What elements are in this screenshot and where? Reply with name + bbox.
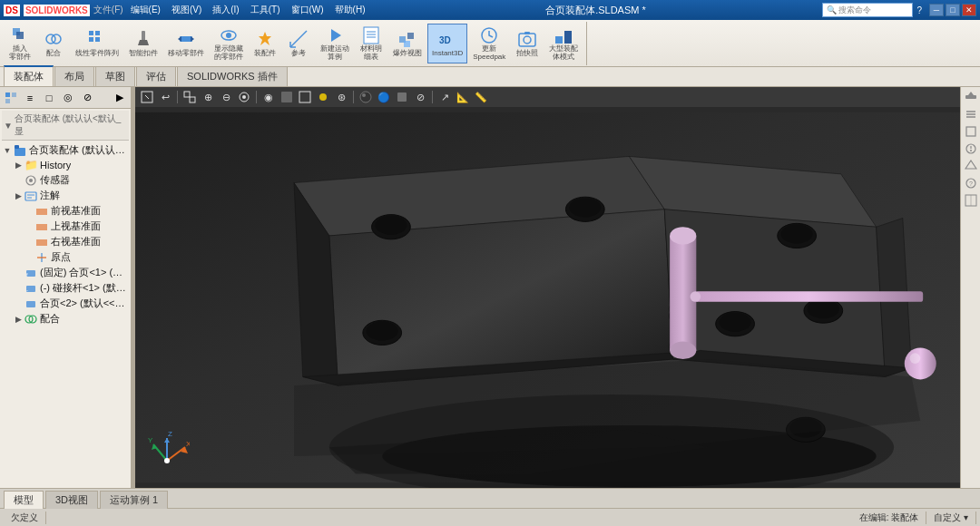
view-selector-btn[interactable]: ↗ [436, 89, 453, 105]
tree-expand-mates[interactable]: ▶ [13, 314, 24, 325]
large-assembly-button[interactable]: 大型装配体模式 [544, 24, 583, 63]
tree-top-plane[interactable]: 上视基准面 [2, 219, 129, 234]
tab-layout[interactable]: 布局 [54, 66, 94, 86]
expand-panel-btn[interactable]: ▶ [111, 90, 129, 106]
property-manager-tab[interactable]: ≡ [21, 90, 39, 106]
explode-view-button[interactable]: 爆炸视图 [388, 24, 426, 63]
tree-origin[interactable]: 原点 [2, 249, 129, 265]
assembly-feature-button[interactable]: 装配件 [249, 24, 281, 63]
rs-btn-5[interactable] [963, 158, 979, 174]
svg-point-65 [360, 92, 371, 102]
svg-point-3 [52, 34, 61, 44]
3d-viewport[interactable]: ↩ ⊕ ⊖ ◉ ⊛ � [135, 87, 960, 488]
insert-component-button[interactable]: 插入零部件 [4, 24, 36, 63]
svg-rect-44 [36, 209, 47, 215]
svg-rect-25 [407, 33, 414, 39]
tree-part3[interactable]: 合页<2> (默认<<默认... [2, 296, 129, 311]
undo-btn[interactable]: ↩ [157, 89, 173, 105]
svg-text:?: ? [969, 180, 973, 187]
tree-label-part2: (-) 碰接杆<1> (默认<<... [40, 281, 129, 295]
dim-expert-tab[interactable]: ◎ [59, 90, 77, 106]
btab-model[interactable]: 模型 [4, 491, 44, 509]
bom-button[interactable]: 材料明细表 [355, 24, 387, 63]
smart-fasteners-button[interactable]: 智能扣件 [124, 24, 162, 63]
tab-plugins[interactable]: SOLIDWORKS 插件 [177, 66, 288, 86]
annotation-view-btn[interactable]: 📏 [473, 89, 489, 105]
rs-btn-4[interactable] [963, 141, 979, 157]
light-btn[interactable] [315, 89, 331, 105]
move-component-button[interactable]: 移动零部件 [163, 24, 209, 63]
close-button[interactable]: ✕ [962, 4, 976, 16]
linear-pattern-button[interactable]: 线性零件阵列 [71, 24, 123, 63]
tree-mates[interactable]: ▶ 配合 [2, 311, 129, 326]
section-view-btn[interactable]: ⊕ [200, 89, 216, 105]
app-name: SOLIDWORKS [24, 5, 90, 16]
help-icon[interactable]: ? [916, 5, 922, 15]
update-speedpak-button[interactable]: 更新Speedpak [468, 24, 510, 63]
menu-view[interactable]: 视图(V) [168, 4, 205, 16]
tree-assembly-root[interactable]: ▼ 合页装配体 (默认认<默认_显... [2, 142, 129, 158]
main-content: ≡ □ ◎ ⊘ ▶ ▼ 合页装配体 (默认认<默认_显 ▼ 合页装配体 (默认认… [0, 87, 980, 488]
realview-btn[interactable] [358, 89, 374, 105]
shadows-btn[interactable] [394, 89, 410, 105]
tree-front-plane[interactable]: 前视基准面 [2, 203, 129, 219]
restore-button[interactable]: □ [946, 4, 960, 16]
tree-annotations[interactable]: ▶ 注解 [2, 188, 129, 203]
tab-evaluate[interactable]: 评估 [136, 66, 176, 86]
search-label: 搜索命令 [838, 5, 871, 16]
rs-btn-6[interactable]: ? [963, 175, 979, 191]
tree-right-plane[interactable]: 右视基准面 [2, 234, 129, 249]
camera-btn[interactable]: 📐 [455, 89, 471, 105]
feature-manager-tab[interactable] [2, 90, 20, 106]
ambient-occlusion-btn[interactable]: ⊘ [412, 89, 428, 105]
perspective-btn[interactable]: 🔵 [376, 89, 392, 105]
tree-expand-annotations[interactable]: ▶ [13, 190, 24, 201]
menu-help[interactable]: 帮助(H) [331, 4, 369, 16]
scene-btn[interactable]: ⊛ [333, 89, 349, 105]
config-manager-tab[interactable]: □ [40, 90, 58, 106]
minimize-button[interactable]: ─ [929, 4, 944, 16]
tree-label-mates: 配合 [40, 312, 60, 326]
show-hide-button[interactable]: 显示隐藏的零部件 [210, 24, 248, 63]
hide-show-btn[interactable] [236, 89, 252, 105]
view-orient-btn[interactable] [181, 89, 198, 105]
rs-btn-2[interactable] [963, 106, 979, 122]
instant3d-button[interactable]: 3D Instant3D [427, 24, 467, 63]
rs-btn-1[interactable] [963, 89, 979, 105]
view-settings-btn[interactable]: ⊖ [218, 89, 234, 105]
tree-part1[interactable]: f (固定) 合页<1> (默认<... [2, 265, 129, 280]
tree-label-sensors: 传感器 [40, 173, 70, 187]
menu-tools[interactable]: 工具(T) [247, 4, 284, 16]
tree-expand-history[interactable]: ▶ [13, 160, 24, 170]
btab-3dview[interactable]: 3D视图 [45, 491, 98, 509]
tree-part2[interactable]: - (-) 碰接杆<1> (默认<<... [2, 280, 129, 296]
rs-btn-3[interactable] [963, 123, 979, 140]
appearance-tab[interactable]: ⊘ [78, 90, 96, 106]
wireframe-btn[interactable] [297, 89, 313, 105]
tree-label-history: History [40, 160, 71, 170]
instant3d-icon: 3D [436, 28, 458, 50]
mate-button[interactable]: 配合 [37, 24, 70, 63]
tree-history[interactable]: ▶ 📁 History [2, 158, 129, 172]
status-customize[interactable]: 自定义 ▾ [926, 511, 976, 524]
tree-expand-root[interactable]: ▼ [2, 145, 13, 156]
menu-window[interactable]: 窗口(W) [288, 4, 328, 16]
tree-expand-origin [24, 252, 34, 263]
menu-edit[interactable]: 编辑(E) [127, 4, 164, 16]
reference-label: 参考 [291, 50, 306, 58]
zoom-to-fit-btn[interactable] [139, 89, 155, 105]
move-component-label: 移动零部件 [168, 50, 204, 58]
menu-insert[interactable]: 插入(I) [209, 4, 242, 16]
tab-assembly[interactable]: 装配体 [4, 65, 54, 86]
tab-sketch[interactable]: 草图 [95, 66, 135, 86]
reference-button[interactable]: 参考 [282, 24, 315, 63]
svg-point-14 [226, 33, 231, 38]
btab-motion[interactable]: 运动算例 1 [100, 491, 168, 509]
snapshot-button[interactable]: 拍快照 [511, 24, 544, 63]
rs-btn-7[interactable] [963, 192, 979, 209]
shaded-btn[interactable] [279, 89, 295, 105]
new-motion-button[interactable]: 新建运动算例 [316, 24, 354, 63]
tree-sensors[interactable]: 传感器 [2, 172, 129, 188]
svg-rect-7 [95, 37, 100, 42]
display-style-btn[interactable]: ◉ [260, 89, 277, 105]
